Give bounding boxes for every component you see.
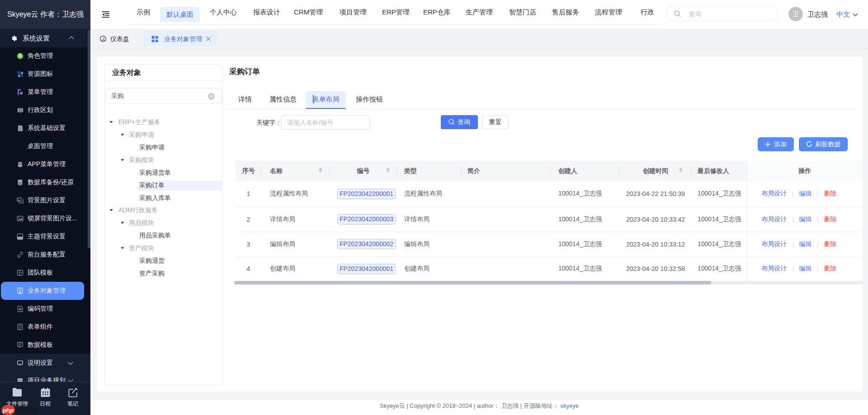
svg-text:W: W <box>19 308 22 311</box>
svg-text:中文网: 中文网 <box>16 406 39 415</box>
svg-text:php: php <box>2 407 14 414</box>
